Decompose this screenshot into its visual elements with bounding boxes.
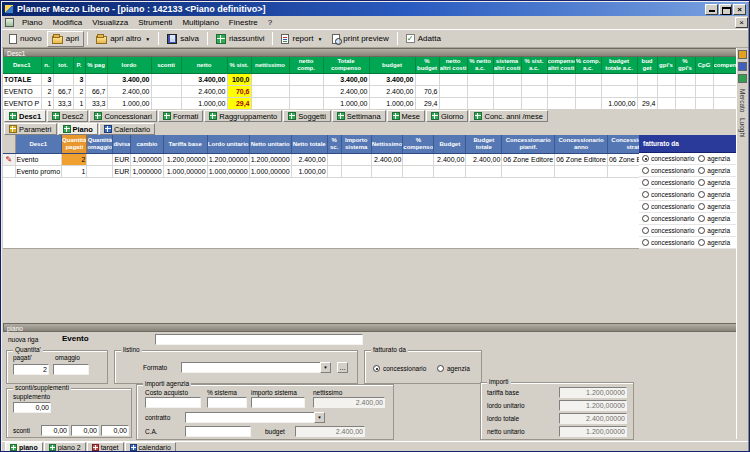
- column-header[interactable]: % sc.: [327, 135, 341, 153]
- contratto-input[interactable]: [185, 412, 315, 423]
- cell[interactable]: 1.000,00000: [163, 165, 207, 177]
- column-header[interactable]: P.: [73, 57, 85, 73]
- cell[interactable]: [466, 165, 502, 177]
- dock-icon[interactable]: [738, 74, 747, 83]
- cell[interactable]: [289, 85, 323, 97]
- tab-giorno[interactable]: Giorno: [426, 110, 469, 122]
- cell[interactable]: [87, 153, 113, 165]
- cell[interactable]: [675, 85, 695, 97]
- radio-concessionario[interactable]: [642, 227, 649, 234]
- cell[interactable]: 3.400,00: [107, 73, 151, 85]
- cell[interactable]: [713, 73, 737, 85]
- tab-desc1[interactable]: Desc1: [4, 110, 46, 122]
- tab-calendario-bottom[interactable]: calendario: [125, 442, 176, 452]
- radio-agenzia[interactable]: [698, 227, 705, 234]
- tab-piano[interactable]: Piano: [58, 123, 98, 135]
- salva-button[interactable]: salva: [162, 31, 204, 47]
- cell[interactable]: 06 Zone Editore: [502, 153, 555, 165]
- cell[interactable]: 2: [41, 85, 53, 97]
- menu-help[interactable]: ?: [263, 17, 277, 29]
- tab-target-bottom[interactable]: target: [87, 442, 124, 452]
- cell[interactable]: 1,000000: [131, 165, 163, 177]
- cell[interactable]: TOTALE: [3, 73, 41, 85]
- column-header[interactable]: % comp. a.c.: [575, 57, 601, 73]
- contratto-dropdown-icon[interactable]: ▼: [314, 412, 325, 423]
- cell[interactable]: Evento: [15, 153, 62, 165]
- cell[interactable]: 1.000,00: [291, 165, 327, 177]
- column-header[interactable]: Budget: [434, 135, 466, 153]
- radio-concessionario[interactable]: [642, 239, 649, 246]
- cell[interactable]: [493, 85, 521, 97]
- column-header[interactable]: budget totale a.c.: [601, 57, 637, 73]
- cell[interactable]: 1.200,00000: [249, 153, 291, 165]
- tab-calendario[interactable]: Calendario: [99, 123, 155, 135]
- radio-agenzia[interactable]: [698, 203, 705, 210]
- column-header[interactable]: sconti: [151, 57, 181, 73]
- radio-agenzia[interactable]: [437, 365, 444, 372]
- tab-desc2[interactable]: Desc2: [47, 110, 88, 122]
- cell[interactable]: EVENTO: [3, 85, 41, 97]
- cell[interactable]: [601, 73, 637, 85]
- radio-agenzia[interactable]: [698, 167, 705, 174]
- cell[interactable]: [695, 85, 713, 97]
- column-header[interactable]: Concessionario pianif.: [502, 135, 555, 153]
- cell[interactable]: 1: [41, 97, 53, 109]
- cell[interactable]: 3.400,00: [181, 73, 227, 85]
- dock-icon[interactable]: [738, 62, 747, 71]
- omaggio-input[interactable]: [53, 364, 89, 375]
- cell[interactable]: 70,6: [415, 85, 439, 97]
- cell[interactable]: [493, 73, 521, 85]
- cell[interactable]: [415, 73, 439, 85]
- tab-conc-anni-mese[interactable]: Conc. anni /mese: [469, 110, 547, 122]
- supplemento-input[interactable]: [13, 402, 51, 413]
- cell[interactable]: [251, 97, 289, 109]
- cell[interactable]: [695, 97, 713, 109]
- cell[interactable]: ✎: [3, 153, 15, 165]
- cell[interactable]: 1,000000: [131, 153, 163, 165]
- radio-concessionario[interactable]: [642, 167, 649, 174]
- formato-dropdown-icon[interactable]: ▼: [320, 362, 331, 373]
- cell[interactable]: 29,4: [637, 97, 657, 109]
- column-header[interactable]: netto comp.: [289, 57, 323, 73]
- column-header[interactable]: netto altri costi: [439, 57, 467, 73]
- column-header[interactable]: nettissimo: [251, 57, 289, 73]
- tab-soggetti[interactable]: Soggetti: [283, 110, 331, 122]
- formato-input[interactable]: [181, 362, 321, 373]
- column-header[interactable]: budget: [369, 57, 415, 73]
- menu-finestre[interactable]: Finestre: [224, 17, 263, 29]
- cell[interactable]: [439, 73, 467, 85]
- cell[interactable]: [85, 73, 107, 85]
- sconto-3-input[interactable]: [101, 425, 129, 436]
- column-header[interactable]: gpi's: [657, 57, 675, 73]
- column-header[interactable]: bud get: [637, 57, 657, 73]
- column-header[interactable]: compenso altri costi: [547, 57, 575, 73]
- cell[interactable]: [467, 97, 493, 109]
- dock-tab-mercato[interactable]: Mercato: [739, 89, 746, 112]
- cell[interactable]: 1: [62, 165, 87, 177]
- cell[interactable]: [371, 165, 403, 177]
- cell[interactable]: [657, 97, 675, 109]
- cell[interactable]: 66,7: [53, 85, 73, 97]
- cell[interactable]: [87, 165, 113, 177]
- column-header[interactable]: Quantità omaggio: [87, 135, 113, 153]
- tab-concessionari[interactable]: Concessionari: [89, 110, 157, 122]
- apri-button[interactable]: apri: [47, 31, 84, 47]
- menu-multipiano[interactable]: Multipiano: [177, 17, 223, 29]
- cell[interactable]: 1: [73, 97, 85, 109]
- tab-parametri[interactable]: Parametri: [4, 123, 57, 135]
- radio-agenzia[interactable]: [698, 215, 705, 222]
- cell[interactable]: [467, 85, 493, 97]
- cell[interactable]: [521, 97, 547, 109]
- column-header[interactable]: netto: [181, 57, 227, 73]
- radio-concessionario[interactable]: [642, 191, 649, 198]
- column-header[interactable]: divisa: [113, 135, 131, 153]
- cell[interactable]: [439, 85, 467, 97]
- cell[interactable]: 2.400,00: [369, 85, 415, 97]
- column-header[interactable]: % sist. a.c.: [521, 57, 547, 73]
- column-header[interactable]: % gpi's: [675, 57, 695, 73]
- cell[interactable]: 33,3: [85, 97, 107, 109]
- cell[interactable]: 1.000,00: [601, 97, 637, 109]
- column-header[interactable]: Budget totale: [466, 135, 502, 153]
- menu-modifica[interactable]: Modifica: [47, 17, 87, 29]
- cell[interactable]: [637, 85, 657, 97]
